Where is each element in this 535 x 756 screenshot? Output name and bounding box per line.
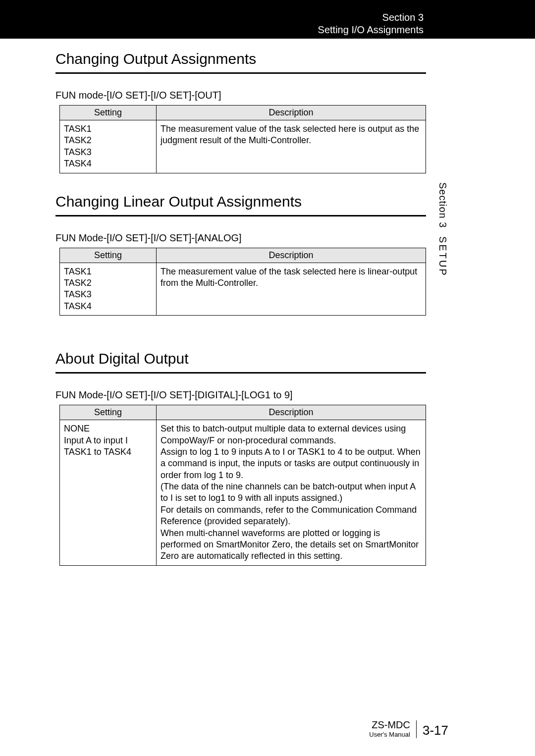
td-description: The measurement value of the task select… [157, 120, 426, 173]
side-tab-section: Section 3 [437, 182, 448, 228]
page-footer: ZS-MDC User's Manual 3-17 [369, 719, 448, 738]
heading-rule [55, 215, 426, 216]
header-title: Setting I/O Assignments [318, 24, 424, 36]
header-section: Section 3 [318, 12, 424, 23]
heading-rule [55, 72, 426, 74]
table-digital: Setting Description NONE Input A to inpu… [59, 405, 426, 566]
footer-manual: User's Manual [369, 731, 410, 738]
td-description: Set this to batch-output multiple data t… [157, 420, 426, 566]
heading-rule [55, 372, 426, 374]
footer-divider [416, 720, 417, 738]
td-setting: NONE Input A to input I TASK1 to TASK4 [60, 420, 157, 566]
footer-page-number: 3-17 [423, 723, 448, 738]
th-description: Description [157, 248, 426, 263]
td-setting: TASK1 TASK2 TASK3 TASK4 [60, 120, 157, 173]
page-content: Changing Output Assignments FUN mode-[I/… [55, 47, 422, 566]
heading-linear-output: Changing Linear Output Assignments [55, 193, 422, 210]
nav-path-out: FUN mode-[I/O SET]-[I/O SET]-[OUT] [55, 90, 422, 101]
td-setting: TASK1 TASK2 TASK3 TASK4 [60, 263, 157, 316]
side-tab-setup: SETUP [437, 236, 448, 277]
th-setting: Setting [60, 405, 157, 420]
th-description: Description [157, 106, 426, 120]
table-analog: Setting Description TASK1 TASK2 TASK3 TA… [59, 248, 426, 316]
th-setting: Setting [60, 248, 157, 263]
footer-product: ZS-MDC [369, 719, 410, 731]
heading-digital-output: About Digital Output [55, 350, 422, 367]
table-out: Setting Description TASK1 TASK2 TASK3 TA… [59, 105, 426, 173]
th-setting: Setting [60, 106, 157, 120]
side-tab: Section 3 SETUP [437, 182, 448, 277]
th-description: Description [157, 405, 426, 420]
nav-path-digital: FUN Mode-[I/O SET]-[I/O SET]-[DIGITAL]-[… [55, 389, 422, 401]
header-bar: Section 3 Setting I/O Assignments [0, 0, 535, 39]
heading-output-assignments: Changing Output Assignments [55, 51, 422, 67]
nav-path-analog: FUN Mode-[I/O SET]-[I/O SET]-[ANALOG] [55, 232, 422, 244]
td-description: The measurement value of the task select… [157, 263, 426, 316]
